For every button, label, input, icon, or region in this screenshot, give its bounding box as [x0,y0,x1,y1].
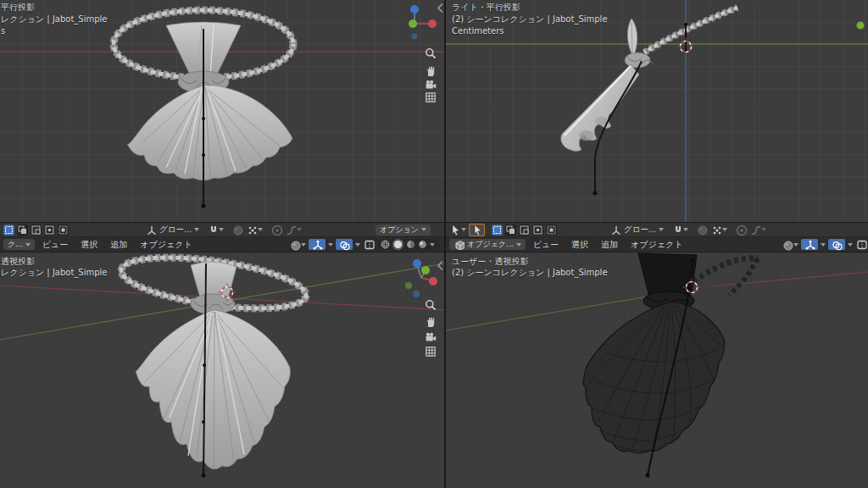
pan-hand-icon[interactable] [427,317,434,327]
menu-view[interactable]: ビュー [528,239,564,251]
gizmo-partial-ball[interactable] [857,22,865,30]
cursor-tool-icon [449,224,461,236]
proportional-falloff-icon [285,224,297,236]
camera-view-icon[interactable] [426,80,437,89]
menu-add[interactable]: 追加 [105,239,132,251]
jabot-model-wireframe[interactable] [583,253,758,478]
select-mode-subtract[interactable] [519,225,530,236]
snap-target-button[interactable] [696,224,708,236]
xray-icon [855,238,868,251]
overlays-toggle[interactable] [828,239,845,250]
viewport-user-persp-wireframe[interactable]: ユーザー・透視投影 (2) シーンコレクション | Jabot_Simple [446,252,868,488]
select-mode-invert[interactable] [532,225,543,236]
zoom-icon[interactable] [426,49,435,58]
menu-add[interactable]: 追加 [596,239,623,251]
shading-wireframe-icon[interactable] [381,240,390,249]
shading-material-icon[interactable] [406,240,415,249]
xray-toggle[interactable] [855,239,868,251]
sidebar-expand-icon[interactable] [438,4,442,12]
select-mode-intersect[interactable] [546,225,557,236]
zoom-icon[interactable] [426,301,435,309]
area-divider-horizontal[interactable] [0,222,868,223]
proportional-editing-toggle[interactable] [270,224,282,236]
proportional-editing-toggle[interactable] [735,224,747,236]
axis-x-line [710,272,868,286]
options-label: オプション [380,225,419,236]
mode-dropdown[interactable]: ク... [3,239,35,250]
header-row-right: オブジェク... ビュー 選択 追加 オブジェクト [446,237,868,252]
snap-magnet-icon [207,224,219,236]
gizmo-z-axis[interactable] [410,5,419,14]
header-right-cluster-clipped [782,237,868,252]
select-mode-extend[interactable] [17,225,28,236]
pan-hand-icon[interactable] [427,66,434,76]
viewport-persp-canvas[interactable] [0,252,444,488]
jabot-model-front[interactable] [114,10,293,208]
tool-settings-row-left: グロー... オプション [0,223,444,237]
select-mode-intersect[interactable] [58,225,69,236]
select-mode-subtract[interactable] [31,225,42,236]
menu-object[interactable]: オブジェクト [135,239,197,251]
select-mode-extend[interactable] [505,225,516,236]
gizmo-toggle[interactable] [309,239,326,250]
gizmo-y-axis[interactable] [409,19,417,28]
snap-magnet-button[interactable] [671,224,688,236]
viewport-right-canvas[interactable] [446,0,868,222]
snap-magnet-button[interactable] [207,224,224,236]
active-tool-dropdown[interactable] [449,224,466,236]
visibility-dropdown[interactable] [782,239,798,251]
active-tool-button[interactable] [469,224,485,236]
options-dropdown[interactable]: オプション [376,225,431,236]
proportional-falloff-dropdown[interactable] [285,224,302,236]
blender-screen: 平行投影 レクション | Jabot_Simple s [0,0,868,488]
gizmo-z-axis[interactable] [413,259,421,268]
pivot-point-dropdown[interactable] [246,224,263,236]
visibility-dropdown[interactable] [289,239,306,251]
menu-view[interactable]: ビュー [37,239,73,251]
shading-solid-active[interactable] [392,239,403,250]
gizmo-toggle[interactable] [801,239,818,250]
area-divider-vertical[interactable] [444,0,446,488]
gizmo-x-axis[interactable] [429,277,437,286]
menu-select[interactable]: 選択 [75,239,103,251]
proportional-falloff-dropdown[interactable] [749,224,766,236]
cursor-tool-icon [471,224,482,236]
shading-mode-group [378,239,437,250]
gizmo-y-axis[interactable] [421,266,430,274]
gizmo-icon [311,239,323,251]
mode-dropdown[interactable]: オブジェク... [449,239,526,250]
orientation-label: グロー... [159,225,192,236]
toolbar-bottom-divider [0,252,868,252]
menu-select[interactable]: 選択 [566,239,593,251]
transform-orientation-dropdown[interactable]: グロー... [609,224,664,236]
sidebar-expand-icon[interactable] [438,262,442,269]
pivot-point-icon [246,224,258,236]
select-mode-invert[interactable] [44,225,55,236]
ortho-grid-icon[interactable] [426,347,435,356]
ortho-grid-icon[interactable] [426,93,435,102]
gizmo-y-neg[interactable] [405,282,412,289]
camera-view-icon[interactable] [426,333,437,341]
select-mode-set[interactable] [3,225,14,236]
viewport-front-canvas[interactable] [0,0,444,222]
snap-target-button[interactable] [231,224,243,236]
gizmo-z-neg[interactable] [412,34,418,40]
overlays-icon [338,239,350,251]
pivot-point-dropdown[interactable] [710,224,727,236]
select-mode-set[interactable] [492,225,503,236]
viewport-user-persp-solid[interactable]: 透視投影 レクション | Jabot_Simple [0,252,444,488]
overlays-toggle[interactable] [336,239,353,250]
xray-toggle[interactable] [363,239,376,251]
gizmo-x-axis[interactable] [428,19,437,28]
jabot-model-persp[interactable] [118,252,309,478]
viewport-wireframe-canvas[interactable] [446,252,868,488]
shading-rendered-icon[interactable] [418,240,427,249]
jabot-model-side[interactable] [561,8,737,196]
shading-dropdown[interactable] [430,243,435,247]
gizmo-z-neg[interactable] [413,291,420,297]
menu-object[interactable]: オブジェクト [626,239,687,251]
viewport-right-ortho[interactable]: ライト・平行投影 (2) シーンコレクション | Jabot_Simple Ce… [446,0,868,222]
nav-gizmo-front[interactable] [409,5,437,40]
transform-orientation-dropdown[interactable]: グロー... [145,224,199,236]
viewport-front-ortho[interactable]: 平行投影 レクション | Jabot_Simple s [0,0,444,222]
